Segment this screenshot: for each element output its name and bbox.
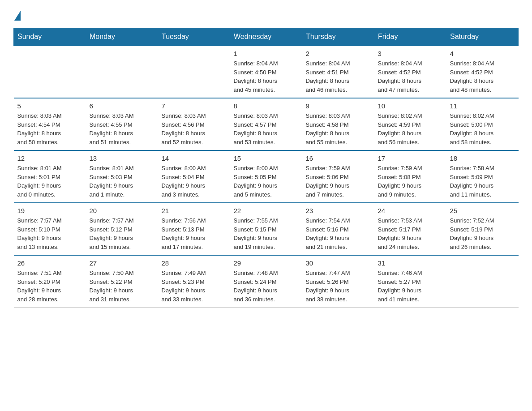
day-info: Sunrise: 8:00 AMSunset: 5:04 PMDaylight:… [162, 164, 227, 199]
day-number: 20 [90, 207, 154, 214]
calendar-cell: 17Sunrise: 7:59 AMSunset: 5:08 PMDayligh… [374, 150, 446, 203]
calendar-header-wednesday: Wednesday [230, 28, 302, 46]
day-info: Sunrise: 7:57 AMSunset: 5:10 PMDaylight:… [17, 216, 82, 251]
day-info: Sunrise: 8:04 AMSunset: 4:52 PMDaylight:… [378, 59, 443, 94]
calendar-cell: 27Sunrise: 7:50 AMSunset: 5:22 PMDayligh… [86, 255, 158, 308]
day-number: 13 [90, 154, 154, 162]
day-number: 5 [17, 102, 82, 110]
day-info: Sunrise: 7:49 AMSunset: 5:23 PMDaylight:… [162, 269, 227, 304]
day-number: 10 [378, 102, 443, 110]
calendar-cell [446, 255, 519, 308]
logo-triangle-icon [14, 11, 21, 21]
day-info: Sunrise: 7:50 AMSunset: 5:22 PMDaylight:… [90, 269, 154, 304]
calendar-cell: 4Sunrise: 8:04 AMSunset: 4:52 PMDaylight… [446, 46, 519, 98]
calendar-cell: 14Sunrise: 8:00 AMSunset: 5:04 PMDayligh… [158, 150, 230, 203]
day-info: Sunrise: 7:53 AMSunset: 5:17 PMDaylight:… [378, 216, 443, 251]
logo [13, 9, 21, 21]
day-info: Sunrise: 7:57 AMSunset: 5:12 PMDaylight:… [90, 216, 154, 251]
day-number: 11 [450, 102, 515, 110]
calendar-week-row: 19Sunrise: 7:57 AMSunset: 5:10 PMDayligh… [14, 203, 519, 255]
page-header [13, 9, 519, 21]
calendar-header-sunday: Sunday [14, 28, 86, 46]
calendar-cell: 6Sunrise: 8:03 AMSunset: 4:55 PMDaylight… [86, 98, 158, 150]
day-info: Sunrise: 8:02 AMSunset: 5:00 PMDaylight:… [450, 111, 515, 146]
calendar-cell: 12Sunrise: 8:01 AMSunset: 5:01 PMDayligh… [14, 150, 86, 203]
calendar-week-row: 5Sunrise: 8:03 AMSunset: 4:54 PMDaylight… [14, 98, 519, 150]
day-number: 27 [90, 259, 154, 267]
calendar-cell: 15Sunrise: 8:00 AMSunset: 5:05 PMDayligh… [230, 150, 302, 203]
day-info: Sunrise: 8:04 AMSunset: 4:51 PMDaylight:… [306, 59, 371, 94]
calendar-cell: 2Sunrise: 8:04 AMSunset: 4:51 PMDaylight… [302, 46, 374, 98]
day-number: 15 [234, 154, 299, 162]
day-number: 1 [234, 50, 299, 57]
day-number: 9 [306, 102, 371, 110]
calendar-cell: 22Sunrise: 7:55 AMSunset: 5:15 PMDayligh… [230, 203, 302, 255]
day-number: 18 [450, 154, 515, 162]
day-info: Sunrise: 7:52 AMSunset: 5:19 PMDaylight:… [450, 216, 515, 251]
day-info: Sunrise: 8:03 AMSunset: 4:58 PMDaylight:… [306, 111, 371, 146]
calendar-cell: 18Sunrise: 7:58 AMSunset: 5:09 PMDayligh… [446, 150, 519, 203]
day-number: 16 [306, 154, 371, 162]
calendar-week-row: 26Sunrise: 7:51 AMSunset: 5:20 PMDayligh… [14, 255, 519, 308]
day-number: 21 [162, 207, 227, 214]
day-number: 26 [17, 259, 82, 267]
day-info: Sunrise: 7:58 AMSunset: 5:09 PMDaylight:… [450, 164, 515, 199]
day-number: 2 [306, 50, 371, 57]
calendar-header-tuesday: Tuesday [158, 28, 230, 46]
day-number: 23 [306, 207, 371, 214]
day-info: Sunrise: 8:04 AMSunset: 4:50 PMDaylight:… [234, 59, 299, 94]
calendar-cell: 11Sunrise: 8:02 AMSunset: 5:00 PMDayligh… [446, 98, 519, 150]
calendar-cell: 26Sunrise: 7:51 AMSunset: 5:20 PMDayligh… [14, 255, 86, 308]
day-info: Sunrise: 8:02 AMSunset: 4:59 PMDaylight:… [378, 111, 443, 146]
calendar-cell: 10Sunrise: 8:02 AMSunset: 4:59 PMDayligh… [374, 98, 446, 150]
day-number: 22 [234, 207, 299, 214]
day-info: Sunrise: 7:48 AMSunset: 5:24 PMDaylight:… [234, 269, 299, 304]
calendar-cell: 20Sunrise: 7:57 AMSunset: 5:12 PMDayligh… [86, 203, 158, 255]
calendar-header-friday: Friday [374, 28, 446, 46]
calendar-cell: 25Sunrise: 7:52 AMSunset: 5:19 PMDayligh… [446, 203, 519, 255]
day-info: Sunrise: 8:04 AMSunset: 4:52 PMDaylight:… [450, 59, 515, 94]
day-info: Sunrise: 8:00 AMSunset: 5:05 PMDaylight:… [234, 164, 299, 199]
day-number: 8 [234, 102, 299, 110]
calendar-cell: 9Sunrise: 8:03 AMSunset: 4:58 PMDaylight… [302, 98, 374, 150]
calendar-cell: 16Sunrise: 7:59 AMSunset: 5:06 PMDayligh… [302, 150, 374, 203]
day-info: Sunrise: 7:59 AMSunset: 5:06 PMDaylight:… [306, 164, 371, 199]
day-info: Sunrise: 7:51 AMSunset: 5:20 PMDaylight:… [17, 269, 82, 304]
day-number: 7 [162, 102, 227, 110]
calendar-week-row: 1Sunrise: 8:04 AMSunset: 4:50 PMDaylight… [14, 46, 519, 98]
day-number: 3 [378, 50, 443, 57]
day-info: Sunrise: 7:55 AMSunset: 5:15 PMDaylight:… [234, 216, 299, 251]
day-number: 19 [17, 207, 82, 214]
day-info: Sunrise: 8:03 AMSunset: 4:56 PMDaylight:… [162, 111, 227, 146]
day-number: 31 [378, 259, 443, 267]
calendar-cell [14, 46, 86, 98]
day-info: Sunrise: 8:03 AMSunset: 4:55 PMDaylight:… [90, 111, 154, 146]
day-number: 28 [162, 259, 227, 267]
day-number: 24 [378, 207, 443, 214]
day-number: 25 [450, 207, 515, 214]
calendar-cell: 30Sunrise: 7:47 AMSunset: 5:26 PMDayligh… [302, 255, 374, 308]
day-number: 14 [162, 154, 227, 162]
day-info: Sunrise: 7:47 AMSunset: 5:26 PMDaylight:… [306, 269, 371, 304]
calendar-cell: 13Sunrise: 8:01 AMSunset: 5:03 PMDayligh… [86, 150, 158, 203]
calendar-cell: 7Sunrise: 8:03 AMSunset: 4:56 PMDaylight… [158, 98, 230, 150]
calendar-cell: 1Sunrise: 8:04 AMSunset: 4:50 PMDaylight… [230, 46, 302, 98]
day-number: 29 [234, 259, 299, 267]
calendar-cell: 23Sunrise: 7:54 AMSunset: 5:16 PMDayligh… [302, 203, 374, 255]
day-number: 6 [90, 102, 154, 110]
day-number: 4 [450, 50, 515, 57]
calendar-cell: 24Sunrise: 7:53 AMSunset: 5:17 PMDayligh… [374, 203, 446, 255]
day-info: Sunrise: 7:46 AMSunset: 5:27 PMDaylight:… [378, 269, 443, 304]
calendar-cell: 28Sunrise: 7:49 AMSunset: 5:23 PMDayligh… [158, 255, 230, 308]
day-info: Sunrise: 7:59 AMSunset: 5:08 PMDaylight:… [378, 164, 443, 199]
day-info: Sunrise: 8:03 AMSunset: 4:54 PMDaylight:… [17, 111, 82, 146]
day-number: 17 [378, 154, 443, 162]
calendar-cell: 3Sunrise: 8:04 AMSunset: 4:52 PMDaylight… [374, 46, 446, 98]
day-info: Sunrise: 8:03 AMSunset: 4:57 PMDaylight:… [234, 111, 299, 146]
calendar-header-thursday: Thursday [302, 28, 374, 46]
calendar-cell: 29Sunrise: 7:48 AMSunset: 5:24 PMDayligh… [230, 255, 302, 308]
day-info: Sunrise: 8:01 AMSunset: 5:01 PMDaylight:… [17, 164, 82, 199]
day-info: Sunrise: 7:54 AMSunset: 5:16 PMDaylight:… [306, 216, 371, 251]
calendar-table: SundayMondayTuesdayWednesdayThursdayFrid… [13, 28, 519, 308]
calendar-cell: 19Sunrise: 7:57 AMSunset: 5:10 PMDayligh… [14, 203, 86, 255]
